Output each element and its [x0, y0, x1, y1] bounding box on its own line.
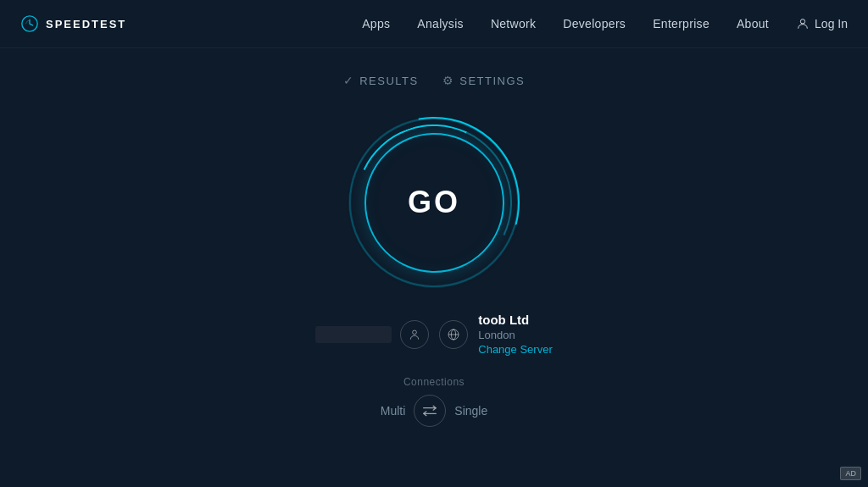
logo-text: SPEEDTEST — [46, 18, 126, 30]
login-label: Log In — [815, 17, 848, 30]
nav-developers[interactable]: Developers — [563, 17, 626, 30]
connection-toggle-button[interactable] — [414, 395, 446, 427]
speedtest-logo-icon — [20, 14, 39, 33]
tab-settings-label: SETTINGS — [459, 75, 525, 87]
tab-settings[interactable]: ⚙ SETTINGS — [442, 74, 526, 87]
user-avatar-icon — [400, 320, 429, 349]
server-details: toob Ltd London Change Server — [478, 313, 552, 356]
change-server-link[interactable]: Change Server — [478, 343, 552, 356]
tab-results-label: RESULTS — [359, 75, 419, 87]
tabs-bar: ✓ RESULTS ⚙ SETTINGS — [343, 74, 526, 87]
svg-point-4 — [413, 330, 417, 335]
server-info: toob Ltd London Change Server — [315, 313, 552, 356]
server-location: London — [478, 329, 552, 341]
svg-point-1 — [800, 19, 804, 24]
settings-icon: ⚙ — [442, 74, 455, 87]
nav-network[interactable]: Network — [491, 17, 536, 30]
nav-about[interactable]: About — [737, 17, 769, 30]
isp-redacted-bar — [315, 326, 392, 343]
tab-results[interactable]: ✓ RESULTS — [343, 74, 419, 87]
ad-badge: AD — [840, 467, 861, 480]
go-outer-ring: GO — [349, 118, 519, 287]
single-connection-option[interactable]: Single — [454, 404, 487, 418]
main-content: ✓ RESULTS ⚙ SETTINGS GO — [0, 48, 868, 427]
user-icon — [796, 17, 810, 30]
connections-toggle: Multi Single — [381, 395, 487, 427]
logo[interactable]: SPEEDTEST — [20, 14, 126, 33]
header: SPEEDTEST Apps Analysis Network Develope… — [0, 0, 868, 48]
nav-enterprise[interactable]: Enterprise — [653, 17, 709, 30]
nav-apps[interactable]: Apps — [362, 17, 390, 30]
nav-analysis[interactable]: Analysis — [417, 17, 464, 30]
multi-connection-option[interactable]: Multi — [381, 404, 406, 418]
connections-section: Connections Multi Single — [381, 376, 487, 427]
go-label: GO — [408, 185, 460, 220]
go-inner-circle: GO — [364, 133, 504, 273]
results-icon: ✓ — [343, 74, 355, 87]
main-nav: Apps Analysis Network Developers Enterpr… — [362, 17, 848, 30]
server-name: toob Ltd — [478, 313, 552, 327]
isp-block — [315, 320, 429, 349]
toggle-arrows-icon — [422, 405, 437, 417]
connections-label: Connections — [403, 376, 465, 388]
globe-icon — [439, 320, 468, 349]
login-button[interactable]: Log In — [796, 17, 848, 30]
go-button[interactable]: GO — [349, 118, 519, 287]
